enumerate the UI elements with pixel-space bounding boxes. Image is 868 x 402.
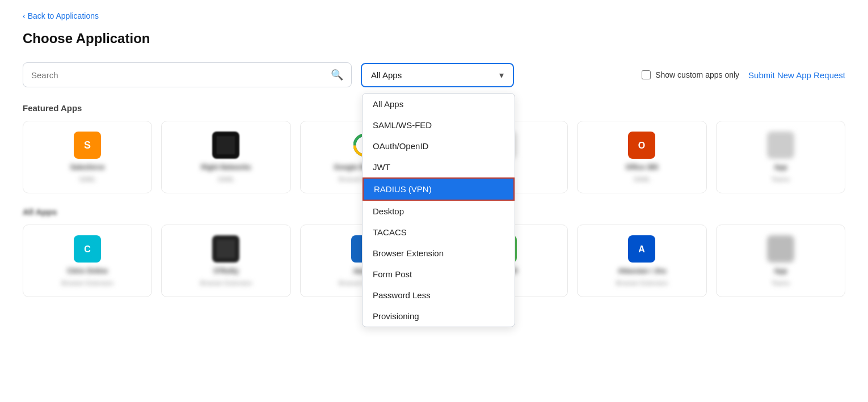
- dropdown-option-form-post[interactable]: Form Post: [363, 264, 515, 285]
- show-custom-apps-label: Show custom apps only: [655, 70, 739, 79]
- app-type-blurred-2: Teams: [772, 176, 790, 183]
- app-card-salesforce[interactable]: S Salesforce SAML: [23, 121, 152, 193]
- dropdown-option-jwt[interactable]: JWT: [363, 156, 515, 177]
- svg-rect-2: [217, 136, 235, 154]
- app-filter-dropdown[interactable]: All Apps ▾: [361, 63, 514, 87]
- app-icon-citrix: C: [74, 235, 101, 263]
- app-card-right-networks[interactable]: Right Networks SAML: [161, 121, 290, 193]
- page-container: ‹ Back to Applications Choose Applicatio…: [0, 0, 868, 402]
- submit-new-app-request-link[interactable]: Submit New App Request: [748, 70, 845, 80]
- app-type-atlassian: Browser Extension: [616, 280, 668, 286]
- app-filter-dropdown-menu: All Apps SAML/WS-FED OAuth/OpenID JWT RA…: [362, 93, 515, 327]
- svg-rect-11: [217, 240, 235, 258]
- app-type-blurred-3: Teams: [772, 280, 790, 286]
- search-input[interactable]: [31, 70, 326, 80]
- app-name-oreilly: O'Reilly: [213, 267, 238, 275]
- show-custom-apps-control: Show custom apps only: [642, 70, 739, 79]
- dropdown-selected-label: All Apps: [371, 70, 402, 80]
- app-name-blurred-3: App: [774, 267, 787, 275]
- dropdown-option-oauth[interactable]: OAuth/OpenID: [363, 136, 515, 156]
- app-icon-blurred-3: [767, 235, 794, 263]
- dropdown-option-all-apps[interactable]: All Apps: [363, 94, 515, 115]
- app-type-oreilly: Browser Extension: [200, 280, 252, 286]
- right-controls: Show custom apps only Submit New App Req…: [642, 70, 845, 80]
- dropdown-option-radius[interactable]: RADIUS (VPN): [363, 177, 515, 201]
- chevron-down-icon: ▾: [499, 70, 504, 81]
- app-card-blurred-3[interactable]: App Teams: [716, 225, 845, 297]
- toolbar: 🔍 All Apps ▾ Show custom apps only Submi…: [23, 62, 845, 87]
- app-icon-oreilly: [212, 235, 239, 263]
- app-icon-office365: O: [628, 132, 655, 159]
- app-type-office365: SAML: [634, 176, 651, 183]
- dropdown-option-browser-extension[interactable]: Browser Extension: [363, 243, 515, 264]
- dropdown-option-password-less[interactable]: Password Less: [363, 285, 515, 306]
- search-icon: 🔍: [331, 69, 343, 81]
- search-box[interactable]: 🔍: [23, 62, 352, 87]
- app-card-oreilly[interactable]: O'Reilly Browser Extension: [161, 225, 290, 297]
- dropdown-option-desktop[interactable]: Desktop: [363, 201, 515, 222]
- back-chevron-icon: ‹: [23, 11, 26, 20]
- app-type-salesforce: SAML: [79, 176, 96, 183]
- svg-text:A: A: [639, 244, 646, 254]
- dropdown-option-tacacs[interactable]: TACACS: [363, 222, 515, 243]
- app-icon-salesforce: S: [74, 132, 101, 159]
- app-name-office365: Office 365: [626, 163, 658, 171]
- app-card-office365[interactable]: O Office 365 SAML: [577, 121, 706, 193]
- app-name-citrix: Citrix Online: [67, 267, 107, 275]
- back-label: Back to Applications: [28, 11, 99, 20]
- app-icon-blurred-2: [767, 132, 794, 159]
- app-name-right-networks: Right Networks: [201, 163, 251, 171]
- app-name-blurred-2: App: [774, 163, 787, 171]
- app-card-citrix[interactable]: C Citrix Online Browser Extension: [23, 225, 152, 297]
- page-title: Choose Application: [23, 31, 845, 46]
- svg-text:C: C: [84, 244, 91, 254]
- svg-text:O: O: [638, 141, 645, 150]
- app-type-citrix: Browser Extension: [61, 280, 113, 286]
- svg-text:S: S: [84, 139, 91, 151]
- app-name-salesforce: Salesforce: [70, 163, 105, 171]
- back-to-applications-link[interactable]: ‹ Back to Applications: [23, 11, 845, 20]
- app-icon-right-networks: [212, 132, 239, 159]
- app-type-right-networks: SAML: [218, 176, 235, 183]
- dropdown-option-saml[interactable]: SAML/WS-FED: [363, 115, 515, 136]
- app-card-blurred-2[interactable]: App Teams: [716, 121, 845, 193]
- app-name-atlassian: Atlassian / Jira: [618, 267, 666, 275]
- show-custom-apps-checkbox[interactable]: [642, 70, 651, 79]
- app-icon-atlassian: A: [628, 235, 655, 263]
- app-card-atlassian[interactable]: A Atlassian / Jira Browser Extension: [577, 225, 706, 297]
- dropdown-option-provisioning[interactable]: Provisioning: [363, 306, 515, 327]
